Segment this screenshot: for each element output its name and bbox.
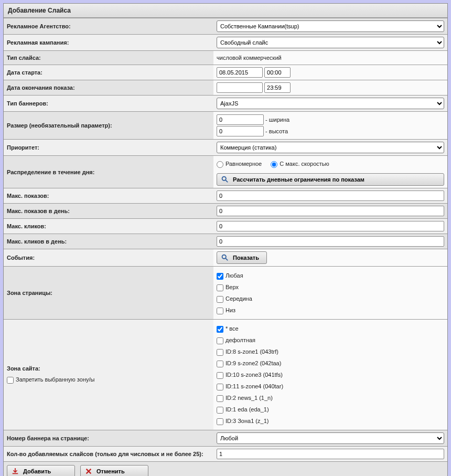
page-zone-bot[interactable]: Низ <box>217 304 444 316</box>
add-button[interactable]: Добавить <box>7 465 75 476</box>
svg-point-0 <box>222 177 226 181</box>
label-max-clk: Макс. кликов: <box>4 219 213 234</box>
banner-num-select[interactable]: Любой <box>217 432 444 444</box>
label-max-clk-day: Макс. кликов в день: <box>4 234 213 249</box>
download-icon <box>12 468 19 475</box>
label-max-imp-day: Макс. показов в день: <box>4 204 213 219</box>
magnifier-icon <box>221 254 229 261</box>
label-banner-type: Тип баннеров: <box>4 96 213 112</box>
calc-limits-button[interactable]: Рассчитать дневные ограничения по показа… <box>217 173 444 186</box>
page-zone-top[interactable]: Верх <box>217 281 444 293</box>
site-zone-item[interactable]: дефолтная <box>217 334 444 346</box>
footer-buttons: Добавить Отменить <box>4 461 447 476</box>
svg-rect-4 <box>13 473 18 474</box>
close-icon <box>85 468 92 475</box>
max-clk-day-input[interactable] <box>217 236 444 247</box>
height-input[interactable] <box>217 126 264 136</box>
agency-select[interactable]: Собственные Кампании(tsup) <box>217 20 444 32</box>
slice-add-panel: Добавление Слайса Рекламное Агентство: С… <box>3 3 448 476</box>
label-site-zone: Зона сайта: <box>7 365 210 372</box>
cancel-button[interactable]: Отменить <box>80 465 148 476</box>
label-slice-type: Тип слайса: <box>4 51 213 65</box>
max-clk-input[interactable] <box>217 221 444 231</box>
label-campaign: Рекламная кампания: <box>4 35 213 51</box>
show-events-button[interactable]: Показать <box>217 251 267 264</box>
end-date-input[interactable] <box>217 82 263 93</box>
dist-max-radio[interactable] <box>271 161 277 168</box>
svg-point-2 <box>222 255 226 259</box>
magnifier-icon <box>221 176 229 183</box>
site-zone-item[interactable]: ID:11 s-zone4 (040tar) <box>217 380 444 392</box>
label-page-zone: Зона страницы: <box>4 267 213 320</box>
site-zone-item[interactable]: ID:8 s-zone1 (043trf) <box>217 346 444 357</box>
label-agency: Рекламное Агентство: <box>4 18 213 35</box>
slice-type-value: числовой коммерческий <box>217 53 282 62</box>
site-zone-item[interactable]: ID:3 Зона1 (z_1) <box>217 415 444 427</box>
priority-select[interactable]: Коммерция (статика) <box>217 142 444 153</box>
start-date-input[interactable] <box>217 67 263 78</box>
dist-uniform-radio[interactable] <box>217 161 223 168</box>
label-start-date: Дата старта: <box>4 65 213 80</box>
label-events: События: <box>4 249 213 267</box>
label-count: Кол-во добавляемых слайсов (только для ч… <box>4 447 213 462</box>
site-zone-list: * все дефолтная ID:8 s-zone1 (043trf) ID… <box>217 322 444 428</box>
page-zone-any[interactable]: Любая <box>217 270 444 281</box>
label-banner-num: Номер баннера на странице: <box>4 430 213 447</box>
dist-uniform-label[interactable]: Равномерное <box>217 161 262 167</box>
label-distribution: Распределение в течение дня: <box>4 156 213 188</box>
page-zone-list: Любая Верх Середина Низ <box>217 269 444 317</box>
form-table: Рекламное Агентство: Собственные Кампани… <box>4 18 447 461</box>
panel-title: Добавление Слайса <box>4 4 447 18</box>
deny-zone-label[interactable]: Запретить выбранную зону/ы <box>7 376 210 385</box>
label-priority: Приоритет: <box>4 140 213 156</box>
max-imp-input[interactable] <box>217 191 444 201</box>
count-input[interactable] <box>217 449 444 459</box>
start-time-input[interactable] <box>264 67 291 78</box>
svg-line-3 <box>225 258 228 260</box>
label-size: Размер (необязательный параметр): <box>4 112 213 140</box>
site-zone-item[interactable]: ID:2 news_1 (1_n) <box>217 392 444 404</box>
svg-line-1 <box>225 180 228 182</box>
banner-type-select[interactable]: AjaxJS <box>217 98 444 109</box>
dist-max-label[interactable]: С макс. скоростью <box>271 161 329 167</box>
max-imp-day-input[interactable] <box>217 206 444 216</box>
deny-zone-checkbox[interactable] <box>7 377 14 384</box>
campaign-select[interactable]: Свободный слайс <box>217 37 444 48</box>
height-suffix: - высота <box>265 128 288 134</box>
width-suffix: - ширина <box>265 117 289 123</box>
label-end-date: Дата окончания показа: <box>4 80 213 96</box>
page-zone-mid[interactable]: Середина <box>217 293 444 304</box>
site-zone-item[interactable]: * все <box>217 323 444 334</box>
end-time-input[interactable] <box>264 82 291 93</box>
site-zone-item[interactable]: ID:9 s-zone2 (042taa) <box>217 357 444 369</box>
label-max-imp: Макс. показов: <box>4 188 213 204</box>
site-zone-item[interactable]: ID:10 s-zone3 (041tfs) <box>217 369 444 380</box>
site-zone-item[interactable]: ID:1 eda (eda_1) <box>217 404 444 415</box>
width-input[interactable] <box>217 114 264 125</box>
